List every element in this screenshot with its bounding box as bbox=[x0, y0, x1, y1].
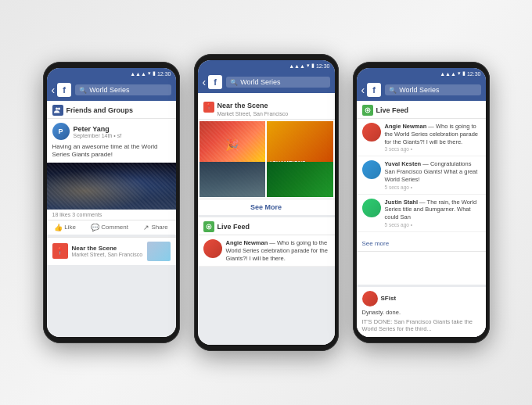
navbar-left: ‹ f 🔍 World Series bbox=[47, 79, 176, 101]
feed-author-1: Angie Newman bbox=[385, 123, 427, 130]
see-more-right[interactable]: See more bbox=[357, 232, 486, 252]
partial-dynasty: Dynasty. done. bbox=[362, 309, 480, 317]
friends-groups-icon bbox=[52, 105, 63, 116]
battery-icon: ▮ bbox=[153, 70, 156, 77]
phone-right: ▲▲▲ ▾ ▮ 12:30 ‹ f 🔍 World Series bbox=[353, 62, 490, 343]
friends-groups-label: Friends and Groups bbox=[66, 106, 134, 114]
live-feed-item-3: Justin Stahl — The rain, the World Serie… bbox=[357, 195, 486, 232]
live-feed-label-middle: Live Feed bbox=[217, 223, 250, 231]
near-meta-left: Near the Scene Market Street, San Franci… bbox=[72, 245, 143, 257]
phone-left: ▲▲▲ ▾ ▮ 12:30 ‹ f 🔍 World Series bbox=[43, 62, 180, 343]
feed-text-2: Yuval Kesten — Congratulations San Franc… bbox=[385, 160, 480, 183]
svg-point-1 bbox=[58, 108, 60, 110]
friends-groups-card: Friends and Groups P Peter Yang Septembe… bbox=[47, 101, 176, 235]
post-meta-left: Peter Yang September 14th • sf bbox=[74, 125, 122, 138]
search-bar-left[interactable]: 🔍 World Series bbox=[75, 84, 171, 95]
near-scene-preview-left[interactable]: 📍 Near the Scene Market Street, San Fran… bbox=[47, 237, 176, 265]
photo-grid-middle: 🎉 #CHAMPIONS bbox=[198, 120, 335, 199]
live-feed-item-2: Yuval Kesten — Congratulations San Franc… bbox=[357, 156, 486, 194]
feed-text-3: Justin Stahl — The rain, the World Serie… bbox=[385, 199, 480, 221]
post-time: September 14th • sf bbox=[74, 133, 122, 138]
post-stats-left: 18 likes 3 comments bbox=[47, 210, 176, 220]
battery-icon-r: ▮ bbox=[462, 70, 466, 77]
partial-card-right: SFist Dynasty. done. IT'S DONE: San Fran… bbox=[357, 287, 486, 337]
partial-author: SFist bbox=[381, 295, 397, 302]
like-button[interactable]: 👍 Like bbox=[54, 224, 76, 231]
feed-text-wrap-2: Yuval Kesten — Congratulations San Franc… bbox=[385, 160, 480, 189]
avatar-peter: P bbox=[52, 123, 70, 140]
photo-cell-4 bbox=[267, 162, 333, 197]
comment-icon: 💬 bbox=[91, 224, 99, 231]
fb-logo-middle: f bbox=[208, 75, 222, 89]
photo-cell-1: 🎉 bbox=[200, 121, 266, 168]
near-scene-icon-middle: 📍 bbox=[203, 102, 214, 113]
time-left: 12:30 bbox=[157, 71, 171, 77]
time-middle: 12:30 bbox=[316, 63, 330, 69]
partial-post-header: SFist bbox=[362, 291, 480, 306]
near-scene-location-middle: Market Street, San Francisco bbox=[217, 111, 289, 116]
navbar-right: ‹ f 🔍 World Series bbox=[357, 79, 486, 101]
feed-avatar-angie bbox=[362, 123, 381, 142]
feed-text-angie-m: Angie Newman — Who is going to the World… bbox=[226, 239, 329, 262]
feed-avatar-justin bbox=[362, 199, 381, 217]
signal-icon: ▲▲▲ bbox=[130, 71, 146, 77]
scene: ▲▲▲ ▾ ▮ 12:30 ‹ f 🔍 World Series bbox=[0, 0, 532, 405]
feed-text-wrap-1: Angie Newman — Who is going to the World… bbox=[385, 123, 480, 152]
wifi-icon: ▾ bbox=[148, 70, 151, 77]
live-feed-icon-middle bbox=[203, 221, 214, 232]
see-more-button-middle[interactable]: See More bbox=[198, 199, 335, 215]
feed-text-wrap-3: Justin Stahl — The rain, the World Serie… bbox=[385, 199, 480, 228]
feed-time-3: 5 secs ago • bbox=[385, 222, 480, 228]
battery-icon-m: ▮ bbox=[311, 63, 315, 69]
see-more-label-right: See more bbox=[362, 240, 390, 247]
stats-text: 18 likes 3 comments bbox=[52, 212, 102, 217]
near-scene-header-middle: 📍 Near the Scene Market Street, San Fran… bbox=[198, 93, 335, 120]
search-icon-middle: 🔍 bbox=[230, 79, 238, 86]
fb-logo-left: f bbox=[57, 83, 71, 97]
content-middle: 📍 Near the Scene Market Street, San Fran… bbox=[198, 93, 335, 345]
search-text-middle: World Series bbox=[240, 78, 280, 86]
near-scene-card-middle: 📍 Near the Scene Market Street, San Fran… bbox=[198, 93, 335, 215]
photo-cell-3 bbox=[200, 162, 266, 197]
post-image-left bbox=[47, 163, 176, 210]
friends-groups-header: Friends and Groups bbox=[47, 101, 176, 119]
back-icon-r[interactable]: ‹ bbox=[361, 84, 365, 96]
comment-button[interactable]: 💬 Comment bbox=[91, 224, 128, 231]
status-bar-middle: ▲▲▲ ▾ ▮ 12:30 bbox=[198, 60, 335, 71]
near-sub-left: Market Street, San Francisco bbox=[72, 252, 143, 257]
search-icon-left: 🔍 bbox=[79, 87, 87, 94]
feed-author-2: Yuval Kesten bbox=[385, 160, 422, 167]
phone-middle: ▲▲▲ ▾ ▮ 12:30 ‹ f 🔍 World Series 📍 bbox=[194, 54, 339, 351]
partial-avatar bbox=[362, 291, 378, 306]
feed-avatar-yuval bbox=[362, 160, 381, 179]
feed-time-1: 3 secs ago • bbox=[385, 146, 480, 152]
partial-subtext: IT'S DONE: San Francisco Giants take the… bbox=[362, 318, 480, 334]
search-bar-right[interactable]: 🔍 World Series bbox=[385, 84, 480, 95]
svg-point-3 bbox=[207, 226, 210, 228]
share-button[interactable]: ↗ Share bbox=[143, 224, 167, 231]
live-feed-header-right: Live Feed bbox=[357, 101, 486, 119]
comment-label: Comment bbox=[101, 224, 128, 231]
search-bar-middle[interactable]: 🔍 World Series bbox=[226, 77, 329, 88]
signal-icon-m: ▲▲▲ bbox=[289, 63, 305, 69]
back-icon-m[interactable]: ‹ bbox=[203, 76, 207, 88]
like-icon: 👍 bbox=[54, 224, 63, 231]
back-icon[interactable]: ‹ bbox=[52, 84, 56, 96]
svg-point-0 bbox=[56, 108, 58, 110]
like-label: Like bbox=[64, 224, 76, 231]
content-right: Live Feed Angie Newman — Who is going to… bbox=[357, 101, 486, 337]
post-actions-left: 👍 Like 💬 Comment ↗ Share bbox=[47, 220, 176, 235]
feed-avatar-angie-m bbox=[203, 239, 222, 258]
photo-noise bbox=[47, 163, 176, 210]
live-feed-preview-middle: Live Feed Angie Newman — Who is going to… bbox=[198, 217, 335, 267]
photo-cell-2: #CHAMPIONS bbox=[267, 121, 333, 168]
phone-left-screen: ▲▲▲ ▾ ▮ 12:30 ‹ f 🔍 World Series bbox=[47, 68, 176, 337]
status-icons-right: ▲▲▲ ▾ ▮ 12:30 bbox=[440, 70, 480, 77]
navbar-middle: ‹ f 🔍 World Series bbox=[198, 71, 335, 93]
live-feed-card-right: Live Feed Angie Newman — Who is going to… bbox=[357, 101, 486, 285]
live-feed-icon-right bbox=[362, 105, 373, 116]
near-title-left: Near the Scene bbox=[72, 245, 143, 252]
wifi-icon-r: ▾ bbox=[458, 70, 461, 77]
search-text-right: World Series bbox=[399, 86, 439, 94]
feed-time-2: 5 secs ago • bbox=[385, 185, 480, 190]
